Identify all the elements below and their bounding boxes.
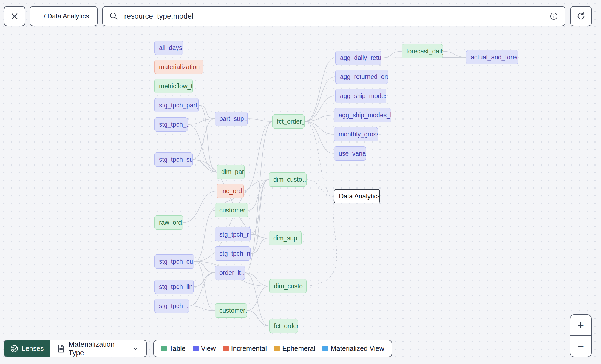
graph-node-n13-agg_daily_retur_[interactable]: agg_daily_retur… <box>335 51 381 65</box>
graph-node-n27-order_it_[interactable]: order_it… <box>215 266 245 280</box>
graph-node-n01-all_days[interactable]: all_days <box>154 41 183 55</box>
legend-item-table: Table <box>161 345 186 352</box>
legend-item-view: View <box>193 345 216 352</box>
info-icon[interactable] <box>549 12 558 21</box>
refresh-icon <box>576 11 586 21</box>
legend-item-incremental: Incremental <box>223 345 267 352</box>
lens-selector-label: Materialization Type <box>69 340 128 357</box>
breadcrumb[interactable]: .. / Data Analytics <box>30 6 98 26</box>
legend-label: View <box>201 345 216 352</box>
legend-item-materialized-view: Materialized View <box>322 345 384 352</box>
graph-node-n09-inc_ord_[interactable]: inc_ord… <box>217 184 244 198</box>
zoom-control: + − <box>570 314 592 357</box>
graph-node-n20-use_varia_[interactable]: use_varia… <box>334 146 366 161</box>
lineage-canvas[interactable]: all_daysmaterialization_i…metricflow_ti…… <box>0 0 601 364</box>
lens-group: Lenses Materialization Type <box>4 340 147 357</box>
legend: TableViewIncrementalEphemeralMaterialize… <box>153 340 392 357</box>
legend-swatch <box>223 346 229 351</box>
zoom-in-button[interactable]: + <box>570 315 591 335</box>
graph-node-n26-stg_tpch_cu_[interactable]: stg_tpch_cu… <box>154 254 194 269</box>
close-button[interactable] <box>4 6 25 26</box>
legend-label: Table <box>169 345 186 352</box>
graph-node-n23-stg_tpch_r_[interactable]: stg_tpch_r… <box>215 227 251 241</box>
lens-selector[interactable]: Materialization Type <box>50 340 146 357</box>
graph-node-n03-metricflow_ti_[interactable]: metricflow_ti… <box>154 79 193 93</box>
graph-node-n31-customer_[interactable]: customer… <box>215 303 247 318</box>
legend-item-ephemeral: Ephemeral <box>274 345 315 352</box>
graph-node-n14-forecast_daily_[interactable]: forecast_daily… <box>402 44 443 58</box>
graph-node-n19-monthly_gross_[interactable]: monthly_gross… <box>334 127 378 141</box>
graph-node-n11-raw_ord_[interactable]: raw_ord… <box>154 215 183 230</box>
close-icon <box>10 12 19 20</box>
graph-node-n07-stg_tpch_su_[interactable]: stg_tpch_su… <box>154 152 193 167</box>
legend-swatch <box>193 346 199 351</box>
graph-node-n02-materialization_i_[interactable]: materialization_i… <box>154 60 203 74</box>
breadcrumb-label: .. / Data Analytics <box>38 12 89 20</box>
graph-node-n28-stg_tpch_lin_[interactable]: stg_tpch_lin… <box>154 280 194 294</box>
graph-node-n24-dim_sup_[interactable]: dim_sup… <box>269 231 302 245</box>
refresh-button[interactable] <box>570 6 592 26</box>
graph-node-n15-actual_and_foreca_[interactable]: actual_and_foreca… <box>466 50 518 64</box>
graph-node-n29-stg_tpch_[interactable]: stg_tpch_… <box>154 299 189 313</box>
graph-node-n08-dim_parts[interactable]: dim_parts <box>217 165 245 179</box>
graph-node-n21-dim_custo_[interactable]: dim_custo… <box>269 172 307 187</box>
graph-node-n32-fct_orders[interactable]: fct_orders <box>269 319 298 333</box>
lenses-button[interactable]: Lenses <box>4 340 50 357</box>
graph-node-n22-Data_Analytics_[interactable]: Data Analytics | … <box>334 189 380 203</box>
search-bar[interactable] <box>102 6 565 26</box>
graph-node-n12-fct_order_i_[interactable]: fct_order_i… <box>272 114 305 129</box>
legend-label: Materialized View <box>331 345 384 352</box>
graph-node-n18-agg_ship_modes_ha_[interactable]: agg_ship_modes_ha… <box>334 108 391 122</box>
graph-node-n05-stg_tpch_[interactable]: stg_tpch_… <box>154 117 188 132</box>
graph-node-n25-stg_tpch_n_[interactable]: stg_tpch_n… <box>215 246 251 261</box>
zoom-out-button[interactable]: − <box>570 336 591 357</box>
lenses-label: Lenses <box>22 345 44 352</box>
legend-swatch <box>161 346 167 351</box>
legend-label: Incremental <box>231 345 267 352</box>
search-input[interactable] <box>124 12 549 21</box>
legend-label: Ephemeral <box>282 345 315 352</box>
graph-node-n16-agg_returned_orde_[interactable]: agg_returned_orde… <box>335 70 388 84</box>
chevron-down-icon <box>132 345 139 352</box>
legend-swatch <box>274 346 280 351</box>
graph-node-n30-dim_custo_[interactable]: dim_custo… <box>269 279 307 293</box>
graph-node-n17-agg_ship_modes_d_[interactable]: agg_ship_modes_d… <box>335 89 386 103</box>
lens-aperture-icon <box>10 345 18 353</box>
graph-node-n04-stg_tpch_part_[interactable]: stg_tpch_part_… <box>154 98 199 112</box>
graph-node-n06-part_sup_[interactable]: part_sup… <box>215 112 248 126</box>
document-icon <box>57 344 65 353</box>
search-icon <box>109 12 118 21</box>
graph-node-n10-customer_[interactable]: customer… <box>215 203 248 217</box>
legend-swatch <box>322 346 328 351</box>
